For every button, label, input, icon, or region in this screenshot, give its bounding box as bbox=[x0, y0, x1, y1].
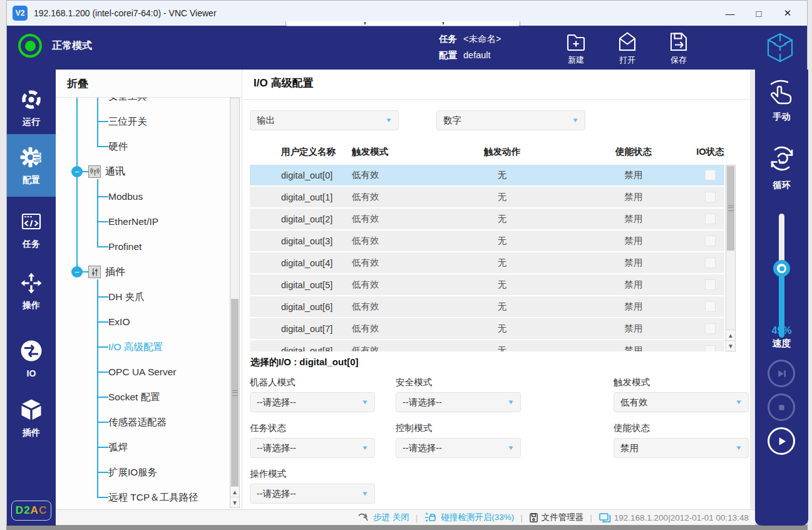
io-state-cell bbox=[696, 214, 724, 224]
tree-item-i-o-[interactable]: I/O 高级配置 bbox=[56, 335, 228, 360]
right-item--[interactable]: 手动 bbox=[755, 79, 808, 123]
code-icon bbox=[20, 210, 43, 236]
form-field-select[interactable]: --请选择--▼ bbox=[250, 484, 375, 504]
brand-cube-icon bbox=[766, 32, 794, 66]
form-field-select[interactable]: 低有效▼ bbox=[614, 392, 749, 412]
collision-detect-status[interactable]: 碰撞检测开启(33%) bbox=[424, 512, 514, 523]
sidebar-item-label: 插件 bbox=[23, 427, 40, 439]
table-scrollbar-thumb[interactable] bbox=[727, 166, 734, 251]
tree-item--tcp-[interactable]: 远程 TCP＆工具路径 bbox=[56, 485, 228, 509]
tree-item-modbus[interactable]: Modbus bbox=[56, 184, 228, 209]
speed-slider-thumb[interactable] bbox=[773, 260, 790, 277]
io-state-cell bbox=[696, 345, 724, 351]
tree-scroll-up-icon[interactable]: ▲ bbox=[230, 486, 239, 497]
sidebar-item--[interactable]: 任务 bbox=[7, 201, 56, 259]
form-field-select[interactable]: --请选择--▼ bbox=[250, 438, 375, 458]
tree-scroll-down-icon[interactable]: ▼ bbox=[230, 497, 239, 507]
io-state-checkbox[interactable] bbox=[705, 323, 716, 334]
minimize-button[interactable]: — bbox=[716, 1, 744, 26]
vnc-toolbar-peek[interactable] bbox=[285, 21, 520, 26]
tree-item-label: 传感器适配器 bbox=[108, 416, 167, 429]
table-scrollbar[interactable]: ▲ ▼ bbox=[726, 165, 736, 351]
tree-item-label: 插件 bbox=[105, 266, 125, 279]
tree-scrollbar[interactable]: ▲ ▼ bbox=[230, 98, 240, 508]
io-name-cell: digital_out[4] bbox=[281, 258, 352, 268]
sidebar-item--[interactable]: 配置 bbox=[7, 134, 56, 197]
table-row-digital_out-8-[interactable]: digital_out[8]低有效无禁用 bbox=[250, 340, 724, 351]
io-state-checkbox[interactable] bbox=[705, 192, 716, 202]
io-table: digital_out[0]低有效无禁用digital_out[1]低有效无禁用… bbox=[250, 165, 724, 351]
table-row-digital_out-5-[interactable]: digital_out[5]低有效无禁用 bbox=[250, 274, 724, 295]
table-row-digital_out-6-[interactable]: digital_out[6]低有效无禁用 bbox=[250, 296, 724, 317]
form-field-select[interactable]: --请选择--▼ bbox=[396, 438, 521, 458]
io-state-checkbox[interactable] bbox=[705, 257, 716, 268]
sidebar-item-io[interactable]: IO bbox=[7, 330, 56, 387]
tree-item-opc-ua-server[interactable]: OPC UA Server bbox=[56, 360, 228, 385]
tree-item-ethernet-ip[interactable]: EtherNet/IP bbox=[56, 209, 228, 234]
sidebar-item--[interactable]: 运行 bbox=[7, 79, 56, 137]
form-field--: 控制模式--请选择--▼ bbox=[396, 422, 614, 458]
io-state-checkbox[interactable] bbox=[705, 301, 716, 312]
form-field-select[interactable]: 禁用▼ bbox=[614, 438, 749, 458]
close-button[interactable]: ✕ bbox=[773, 1, 802, 26]
table-scroll-up-icon[interactable]: ▲ bbox=[726, 330, 735, 340]
maximize-button[interactable]: □ bbox=[744, 1, 773, 26]
io-state-checkbox[interactable] bbox=[705, 236, 716, 246]
right-item--[interactable]: 循环 bbox=[755, 143, 808, 191]
selected-io-line: 选择的I/O : digital_out[0] bbox=[250, 356, 359, 368]
plugin-icon bbox=[19, 398, 43, 424]
table-row-digital_out-7-[interactable]: digital_out[7]低有效无禁用 bbox=[250, 318, 724, 339]
table-row-digital_out-2-[interactable]: digital_out[2]低有效无禁用 bbox=[250, 209, 724, 229]
table-row-digital_out-3-[interactable]: digital_out[3]低有效无禁用 bbox=[250, 231, 724, 251]
io-state-checkbox[interactable] bbox=[705, 345, 716, 351]
header-action--[interactable]: 保存 bbox=[660, 29, 697, 66]
form-field-select[interactable]: --请选择--▼ bbox=[250, 392, 375, 412]
collapse-minus-icon[interactable]: − bbox=[71, 166, 83, 177]
tree-item--[interactable]: 硬件 bbox=[56, 134, 228, 159]
table-row-digital_out-1-[interactable]: digital_out[1]低有效无禁用 bbox=[250, 187, 724, 207]
play-button[interactable] bbox=[768, 427, 795, 455]
brand-badge[interactable]: D2AC bbox=[11, 501, 51, 521]
tree-item--[interactable]: 安全工具 bbox=[56, 98, 228, 109]
trigger-action-cell: 无 bbox=[433, 191, 571, 203]
sidebar-item--[interactable]: 操作 bbox=[7, 262, 56, 320]
tree-item--[interactable]: −通讯 bbox=[56, 159, 228, 184]
sidebar-item-label: 任务 bbox=[23, 239, 40, 250]
tree-item--[interactable]: 弧焊 bbox=[56, 435, 228, 460]
header-action--[interactable]: 打开 bbox=[609, 29, 645, 66]
form-field-select[interactable]: --请选择--▼ bbox=[396, 392, 521, 412]
io-state-cell bbox=[696, 279, 724, 290]
trigger-mode-cell: 低有效 bbox=[352, 301, 433, 313]
io-state-checkbox[interactable] bbox=[705, 170, 716, 180]
header-action--[interactable]: 新建 bbox=[558, 29, 594, 66]
tree-item--[interactable]: −插件 bbox=[56, 259, 228, 284]
tree-item-socket-[interactable]: Socket 配置 bbox=[56, 385, 228, 410]
step-status[interactable]: 步进 关闭 bbox=[357, 512, 409, 523]
tree-scrollbar-thumb[interactable] bbox=[231, 299, 239, 487]
trigger-mode-cell: 低有效 bbox=[352, 191, 433, 203]
file-manager-button[interactable]: 文件管理器 bbox=[529, 512, 584, 523]
io-name-cell: digital_out[5] bbox=[281, 280, 352, 290]
io-direction-select[interactable]: 输出 ▼ bbox=[250, 110, 399, 130]
right-sidebar: 49% 速度 手动循环 bbox=[755, 70, 808, 526]
tree-item-profinet[interactable]: Profinet bbox=[56, 234, 228, 259]
io-name-cell: digital_out[8] bbox=[281, 346, 352, 352]
speed-slider[interactable] bbox=[755, 214, 808, 339]
tree-item-dh-[interactable]: DH 夹爪 bbox=[56, 284, 228, 309]
tree-collapse-header[interactable]: 折叠 bbox=[56, 70, 242, 98]
io-state-checkbox[interactable] bbox=[705, 214, 716, 224]
table-scroll-down-icon[interactable]: ▼ bbox=[726, 340, 735, 351]
tree-item-exio[interactable]: ExIO bbox=[56, 309, 228, 335]
io-state-checkbox[interactable] bbox=[705, 279, 716, 290]
table-row-digital_out-4-[interactable]: digital_out[4]低有效无禁用 bbox=[250, 252, 724, 273]
collapse-minus-icon[interactable]: − bbox=[71, 266, 83, 278]
chevron-down-icon: ▼ bbox=[572, 117, 579, 123]
left-sidebar: 运行配置任务操作IO插件D2AC bbox=[7, 70, 56, 526]
io-type-select[interactable]: 数字 ▼ bbox=[436, 110, 585, 130]
io-state-cell bbox=[696, 236, 724, 246]
sidebar-item--[interactable]: 插件 bbox=[7, 389, 56, 447]
table-row-digital_out-0-[interactable]: digital_out[0]低有效无禁用 bbox=[250, 165, 724, 185]
tree-item--[interactable]: 三位开关 bbox=[56, 109, 228, 134]
tree-item--io-[interactable]: 扩展IO服务 bbox=[56, 460, 228, 485]
tree-item--[interactable]: 传感器适配器 bbox=[56, 410, 228, 435]
